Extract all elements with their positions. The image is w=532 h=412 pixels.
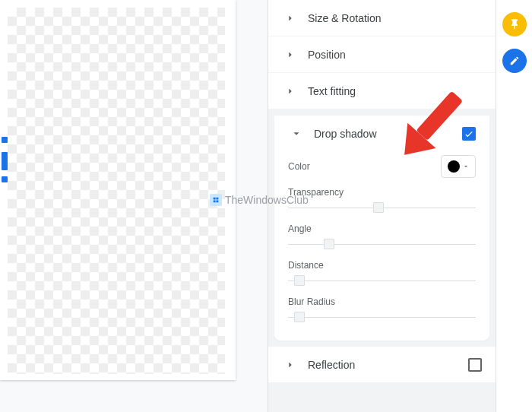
transparency-label: Transparency [288,187,476,198]
blur-radius-slider[interactable] [288,310,476,324]
section-label: Drop shadow [314,128,462,140]
drop-shadow-body: Color Transparency Angle [274,155,489,324]
chevron-down-icon [288,125,305,142]
distance-slider[interactable] [288,274,476,287]
section-drop-shadow: Drop shadow Color Transparency [274,116,489,341]
keep-icon[interactable] [502,12,527,36]
document[interactable] [0,0,236,380]
format-options-panel: Size & Rotation Position Text fitting Dr… [268,0,496,412]
section-label: Reflection [308,359,468,371]
chevron-right-icon [282,46,299,63]
color-swatch [448,160,460,173]
section-text-fitting[interactable]: Text fitting [268,73,496,109]
chevron-right-icon [282,10,299,27]
section-label: Position [308,49,482,61]
distance-label: Distance [288,260,476,271]
selection-handle[interactable] [2,152,8,170]
selection-handle[interactable] [2,137,8,143]
chevron-right-icon [282,357,299,373]
section-label: Size & Rotation [308,12,482,24]
angle-label: Angle [288,223,476,234]
side-rail [496,0,532,412]
color-picker[interactable] [441,155,476,178]
blur-radius-label: Blur Radius [288,296,476,307]
section-position[interactable]: Position [268,36,496,73]
canvas-area [0,0,268,412]
reflection-checkbox[interactable] [468,358,482,372]
caret-down-icon [463,163,469,170]
chevron-right-icon [282,83,299,100]
angle-slider[interactable] [288,237,476,251]
slider-thumb[interactable] [373,202,384,213]
selection-handle[interactable] [2,176,8,182]
transparent-object[interactable] [8,8,225,374]
section-reflection[interactable]: Reflection [268,347,496,383]
slider-thumb[interactable] [294,275,305,286]
transparency-slider[interactable] [288,201,476,214]
slider-thumb[interactable] [294,312,305,322]
color-label: Color [288,161,310,172]
section-drop-shadow-header[interactable]: Drop shadow [274,116,489,152]
slider-thumb[interactable] [324,239,334,249]
tasks-icon[interactable] [502,49,527,73]
section-size-rotation[interactable]: Size & Rotation [268,0,496,36]
drop-shadow-checkbox[interactable] [462,127,476,141]
section-label: Text fitting [308,85,482,97]
